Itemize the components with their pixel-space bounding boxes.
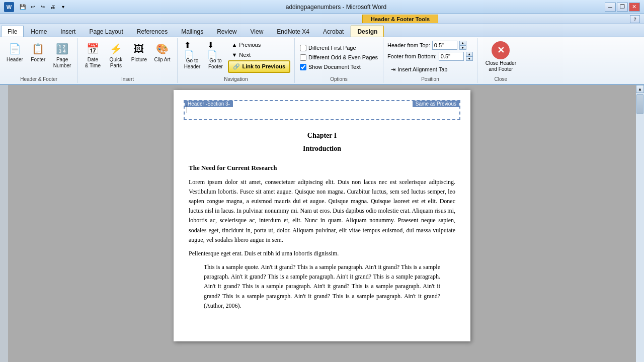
hft-tab[interactable]: Header & Footer Tools [362,15,438,23]
header-from-top-input[interactable] [432,41,457,50]
help-icon[interactable]: ? [630,15,640,23]
qat-redo[interactable]: ↪ [38,3,47,12]
quick-parts-icon: ⚡ [108,41,124,57]
header-footer-buttons: 📄 Header 📋 Footer 🔢 Page Number [4,39,73,75]
date-time-label: Date & Time [85,57,101,69]
chapter-title: Chapter I [189,130,455,141]
link-prev-icon: 🔗 [233,63,240,70]
tab-acrobat[interactable]: Acrobat [316,26,350,37]
navigation-buttons: ⬆📄 Go to Header ⬇📄 Go to Footer ▲ Previo… [182,39,290,75]
previous-label: Previous [239,42,261,48]
tab-mailings[interactable]: Mailings [175,26,210,37]
document-area: Header -Section 3- Same as Previous Chap… [0,85,644,362]
alignment-tab-icon: ⇥ [391,66,395,73]
cursor [187,105,187,113]
header-spin-up[interactable]: ▲ [459,41,466,45]
different-first-page-checkbox[interactable] [300,45,306,51]
clip-art-label: Clip Art [154,57,170,63]
show-document-text-option[interactable]: Show Document Text [299,63,362,71]
scroll-up-arrow[interactable]: ▲ [636,85,644,93]
different-first-page-option[interactable]: Different First Page [299,44,357,52]
show-document-text-label: Show Document Text [308,64,361,70]
go-to-footer-button[interactable]: ⬇📄 Go to Footer [205,40,226,73]
go-to-header-icon: ⬆📄 [184,42,200,58]
page-body: Chapter I Introduction The Need for Curr… [174,120,470,325]
header-label: Header [7,57,23,63]
picture-button[interactable]: 🖼 Picture [128,39,149,64]
tab-references[interactable]: References [130,26,174,37]
restore-btn[interactable]: ❐ [617,3,628,12]
clip-art-button[interactable]: 🎨 Clip Art [151,39,173,64]
left-margin [0,85,8,362]
vertical-scrollbar: ▲ ▼ [636,85,644,362]
quick-parts-button[interactable]: ⚡ Quick Parts [105,39,126,70]
footer-from-bottom-label: Footer from Bottom: [387,53,437,59]
ribbon-tabs: File Home Insert Page Layout References … [0,24,644,37]
position-group: Header from Top: ▲ ▼ Footer from Bottom:… [383,38,477,83]
tab-view[interactable]: View [244,26,270,37]
footer-spin-up[interactable]: ▲ [466,52,473,56]
footer-spin-down[interactable]: ▼ [466,56,473,61]
insert-group-label: Insert [121,75,134,82]
qat-undo[interactable]: ↩ [28,3,37,12]
close-controls: ✕ Close Header and Footer [481,39,520,75]
page-number-button[interactable]: 🔢 Page Number [51,39,74,70]
tab-review[interactable]: Review [210,26,243,37]
tab-file[interactable]: File [1,26,24,37]
different-odd-even-label: Different Odd & Even Pages [308,54,378,60]
main-paragraph: Lorem ipsum dolor sit amet, consectetuer… [189,177,455,245]
tab-insert[interactable]: Insert [54,26,82,37]
tab-endnote[interactable]: EndNote X4 [270,26,316,37]
footer-from-bottom-input[interactable] [439,52,464,61]
document-page: Header -Section 3- Same as Previous Chap… [174,90,470,341]
next-button[interactable]: ▼ Next [228,50,290,59]
show-document-text-checkbox[interactable] [300,64,306,70]
picture-icon: 🖼 [131,41,147,57]
different-first-page-label: Different First Page [308,45,356,51]
insert-group: 📅 Date & Time ⚡ Quick Parts 🖼 Picture 🎨 … [78,38,177,83]
close-header-footer-button[interactable]: ✕ Close Header and Footer [481,39,520,74]
previous-button[interactable]: ▲ Previous [228,40,290,49]
position-controls: Header from Top: ▲ ▼ Footer from Bottom:… [387,39,473,75]
quote-block: This is a sample quote. Ain't it grand? … [204,262,440,311]
link-to-previous-button[interactable]: 🔗 Link to Previous [228,60,290,73]
go-to-header-button[interactable]: ⬆📄 Go to Header [182,40,203,73]
date-time-button[interactable]: 📅 Date & Time [82,39,103,70]
qat-print[interactable]: 🖨 [48,3,57,12]
tab-page-layout[interactable]: Page Layout [83,26,129,37]
tab-design[interactable]: Design [351,26,384,37]
page-number-icon: 🔢 [54,41,70,57]
header-spin: ▲ ▼ [459,41,466,50]
quick-parts-label: Quick Parts [110,57,123,69]
qat-save[interactable]: 💾 [18,3,27,12]
close-group-label: Close [495,75,508,82]
options-group: Different First Page Different Odd & Eve… [295,38,383,83]
next-label: Next [239,52,251,58]
minimize-btn[interactable]: ─ [605,3,616,12]
document-title: addingpagenumbers - Microsoft Word [286,4,387,11]
picture-label: Picture [131,57,147,63]
header-spin-down[interactable]: ▼ [459,45,466,50]
options-checkboxes: Different First Page Different Odd & Eve… [299,39,379,75]
qat-dropdown[interactable]: ▾ [58,3,67,12]
title-bar: W 💾 ↩ ↪ 🖨 ▾ addingpagenumbers - Microsof… [0,0,644,14]
header-from-top-label: Header from Top: [387,42,430,48]
date-time-icon: 📅 [85,41,101,57]
scroll-thumb[interactable] [636,94,643,114]
different-odd-even-checkbox[interactable] [300,54,306,61]
insert-alignment-tab-button[interactable]: ⇥ Insert Alignment Tab [387,65,451,74]
header-button[interactable]: 📄 Header [4,39,26,64]
footer-label: Footer [31,57,45,63]
navigation-group: ⬆📄 Go to Header ⬇📄 Go to Footer ▲ Previo… [178,38,295,83]
header-section[interactable]: Header -Section 3- Same as Previous [184,100,460,120]
different-odd-even-option[interactable]: Different Odd & Even Pages [299,54,379,61]
options-group-label: Options [330,75,347,82]
footer-from-bottom-row: Footer from Bottom: ▲ ▼ [387,52,473,61]
footer-icon: 📋 [30,41,46,57]
navigation-group-label: Navigation [224,75,248,82]
scroll-track [636,93,644,362]
tab-home[interactable]: Home [24,26,53,37]
footer-button[interactable]: 📋 Footer [28,39,49,64]
go-to-footer-icon: ⬇📄 [207,42,223,58]
close-btn[interactable]: ✕ [629,3,640,12]
